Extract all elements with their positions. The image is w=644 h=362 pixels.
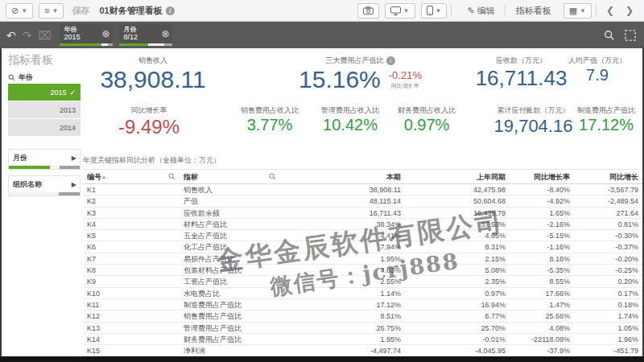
selection-state-bar [119,43,172,46]
selection-state-bar [60,43,113,46]
cell-delta: 0.18% [574,299,642,310]
kpi-制造费用占产值比: 制造费用占产值比17.12% [570,105,642,134]
table-row: K8包装材料占产值比4.83%5.08%-5.35%-0.25% [83,265,642,276]
chevron-down-icon: ▼ [580,7,586,14]
cell-current: 7.94% [280,241,405,252]
sheet-title: 指标看板 [8,53,53,68]
cell-rate: 25.66% [510,311,574,321]
cell-name: 化工占产值比 [180,241,280,252]
filter-label: 月份 [9,150,80,163]
cell-id: K4 [83,219,180,229]
cell-id: K7 [83,253,180,264]
chip-field-label: 月份 [124,26,156,33]
kpi-label: 制造费用占产值比 [570,105,642,116]
clear-all-selections-icon[interactable]: ⌧ [38,30,51,41]
prev-sheet-button[interactable]: ❮ [601,5,620,16]
cell-current: 4.41% [280,230,405,241]
cell-id: K11 [83,299,180,310]
table-row: K14财务费用占产值比1.95%-0.01%-22118.09%1.96% [83,334,642,345]
search-icon[interactable] [168,173,175,180]
cell-id: K5 [83,230,180,241]
filterpane-collapsed-组织名称[interactable]: 组织名称▶ [8,175,80,196]
divider [505,4,506,17]
kpi-value: 17.12% [579,116,634,134]
selected-segment [9,166,50,169]
alternative-segment [50,166,60,169]
cell-name: 销售收入 [180,184,280,195]
clear-selection-icon[interactable]: ⊗ [162,29,170,39]
column-header-指标[interactable]: 指标 [180,170,280,183]
cell-current: 1.95% [280,253,405,264]
cell-prior: 16.94% [405,299,510,310]
cell-delta: -0.20% [574,253,642,264]
cell-rate: 8.16% [510,253,574,264]
alternative-segment [9,192,59,195]
kpi-value: 0.97% [404,116,450,134]
filterpane-collapsed-月份[interactable]: 月份▶ [8,149,80,170]
cell-current: 1.95% [280,334,405,344]
cell-current: 8.51% [280,311,405,321]
cell-rate: 8.55% [510,276,574,286]
cell-rate: -22118.09% [510,334,574,344]
cell-rate: 1.65% [510,208,574,218]
cell-name: 制造费用占产值比 [180,299,280,310]
cell-id: K9 [83,276,180,286]
alternative-segment [101,43,108,46]
global-menu-button[interactable]: ⊘▼ [6,3,33,19]
presentation-mode-button[interactable]: ▼ [385,3,415,19]
clear-selection-icon[interactable]: ⊗ [102,29,110,39]
info-icon[interactable]: i [386,56,395,65]
cell-id: K10 [83,288,180,298]
search-icon[interactable] [269,173,276,180]
column-header-编号[interactable]: 编号▲ [83,170,180,183]
sheet-list-button[interactable]: ▦▼ [564,3,592,19]
step-forward-selection-icon[interactable]: ↷ [23,30,32,41]
cell-rate: 17.66% [510,288,574,298]
filter-item-2014[interactable]: 2014 [8,119,80,136]
column-header-上年同期[interactable]: 上年同期 [405,170,510,183]
cell-name: 五金占产值比 [180,230,280,241]
column-header-同比增长率[interactable]: 同比增长率 [510,170,574,183]
step-back-selection-icon[interactable]: ↶ [6,30,16,41]
cell-current: 26.75% [280,323,405,333]
save-button[interactable]: 保存 [72,5,89,17]
cell-name: 财务费用占产值比 [180,334,280,344]
cell-name: 销售费用占产值比 [180,311,280,321]
header-search[interactable] [269,173,276,180]
cell-delta: 1.96% [574,334,642,344]
kpi-label: 三大费用占产值比i [266,55,455,66]
cell-prior: -4,045.95 [405,345,510,356]
app-options-button[interactable]: ≡▼ [39,3,64,19]
cell-rate: 4.08% [510,323,574,333]
device-preview-button[interactable]: ▼ [421,3,448,19]
search-icon[interactable] [604,30,615,41]
column-header-本期[interactable]: 本期 [280,170,405,183]
selection-chip[interactable]: 月份8/12⊗ [119,24,172,46]
edit-button[interactable]: ✎ 编辑 [461,3,500,19]
cell-delta: -0.25% [574,265,642,275]
table-header-row: 编号▲指标本期上年同期同比增长率同比增长 [83,169,642,184]
cell-current: 38,908.11 [280,184,405,195]
cell-current: 38.34% [280,219,405,229]
cell-prior: 42,475.98 [405,184,510,195]
top-toolbar: ⊘▼ ≡▼ 保存 01财务管理看板 i ▼ ▼ ✎ 编辑 [0,0,644,22]
sort-asc-icon: ▲ [101,170,106,183]
cell-prior: 4.65% [405,230,510,241]
chevron-down-icon: ▼ [403,7,410,14]
search-icon[interactable] [8,74,15,81]
cell-name: 净利润 [180,345,280,356]
info-icon[interactable]: i [166,6,175,15]
filter-label-year: 年份 [19,72,33,83]
filter-item-2013[interactable]: 2013 [8,101,80,118]
selections-tool-icon[interactable] [625,30,636,41]
next-sheet-button[interactable]: ❯ [620,5,639,16]
cell-name: 包装材料占产值比 [180,265,280,275]
cell-delta: -0.30% [574,230,642,241]
monitor-icon [390,6,401,15]
column-header-同比增长[interactable]: 同比增长 [574,170,642,183]
cell-delta: 271.64 [574,208,642,218]
header-search[interactable] [168,173,175,180]
selection-chip[interactable]: 年份2015⊗ [60,24,113,46]
filter-item-2015[interactable]: 2015✓ [8,84,80,101]
snapshot-button[interactable] [357,3,379,19]
